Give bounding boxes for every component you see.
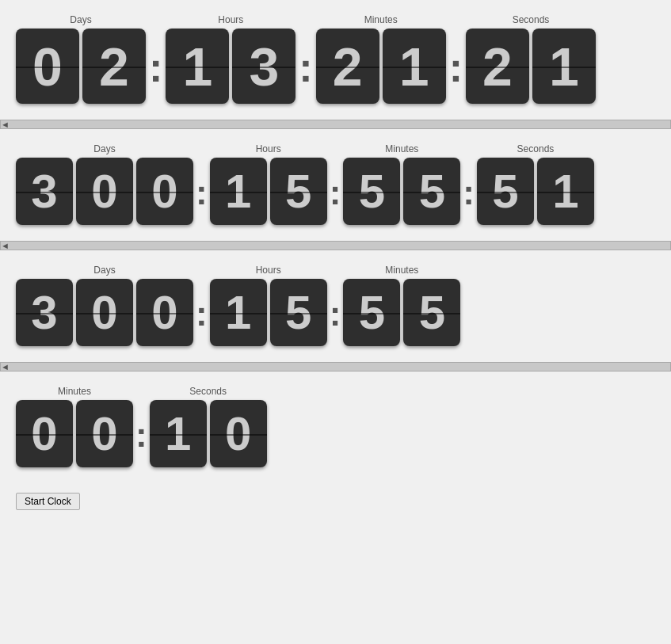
digit-value: 1 (165, 406, 191, 461)
scrollbar-2[interactable] (0, 241, 671, 250)
digit-card: 2 (466, 29, 529, 104)
digit-value: 3 (31, 285, 57, 340)
digit-card: 2 (82, 29, 146, 104)
minutes-label-4: Minutes (58, 386, 91, 397)
hours-group-2: Hours 1 5 (210, 143, 327, 225)
seconds-digits-2: 5 1 (477, 158, 594, 225)
clock-section-3: Days 3 0 0 : Hours 1 5 : Minutes 5 5 (0, 250, 671, 362)
days-label-2: Days (93, 143, 115, 154)
digit-card: 0 (136, 158, 193, 225)
hours-label-1: Hours (218, 14, 243, 25)
minutes-group-3: Minutes 5 5 (343, 265, 460, 346)
digit-card: 0 (16, 29, 79, 104)
colon: : (463, 157, 475, 212)
digit-value: 2 (482, 36, 513, 97)
hours-group-1: Hours 1 3 (166, 14, 295, 104)
digit-card: 1 (537, 158, 594, 225)
seconds-digits-4: 1 0 (150, 400, 267, 467)
days-group-2: Days 3 0 0 (16, 143, 193, 225)
digit-card: 1 (150, 400, 207, 467)
hours-label-3: Hours (256, 265, 281, 276)
hours-group-3: Hours 1 5 (210, 265, 327, 346)
days-digits-1: 0 2 (16, 29, 146, 104)
digit-card: 0 (76, 279, 133, 346)
minutes-digits-3: 5 5 (343, 279, 460, 346)
digit-value: 0 (32, 36, 63, 97)
digit-card: 1 (210, 279, 267, 346)
button-container: Start Clock (0, 483, 671, 524)
digit-card: 5 (477, 158, 534, 225)
digit-card: 5 (343, 158, 400, 225)
hours-digits-1: 1 3 (166, 29, 295, 104)
minutes-label-3: Minutes (385, 265, 418, 276)
digit-value: 5 (359, 164, 385, 219)
days-group-3: Days 3 0 0 (16, 265, 193, 346)
minutes-digits-1: 2 1 (316, 29, 446, 104)
days-label-3: Days (93, 265, 115, 276)
hours-digits-2: 1 5 (210, 158, 327, 225)
minutes-label-1: Minutes (364, 14, 398, 25)
colon: : (449, 28, 463, 91)
digit-value: 1 (399, 36, 429, 97)
seconds-digits-1: 2 1 (466, 29, 596, 104)
minutes-group-4: Minutes 0 0 (16, 386, 133, 467)
start-clock-button[interactable]: Start Clock (16, 493, 80, 510)
seconds-group-1: Seconds 2 1 (466, 14, 596, 104)
seconds-label-2: Seconds (517, 143, 555, 154)
digit-card: 5 (270, 158, 327, 225)
colon: : (196, 157, 208, 212)
minutes-group-2: Minutes 5 5 (343, 143, 460, 225)
digit-card: 1 (532, 29, 596, 104)
digit-value: 1 (225, 164, 251, 219)
digit-card: 1 (210, 158, 267, 225)
clock-row-4: Minutes 0 0 : Seconds 1 0 (8, 379, 663, 467)
seconds-group-2: Seconds 5 1 (477, 143, 594, 225)
digit-value: 0 (151, 164, 177, 219)
colon: : (299, 28, 312, 91)
digit-value: 5 (359, 285, 385, 340)
clock-section-1: Days 0 2 : Hours 1 3 : Minutes 2 1 : Sec… (0, 0, 671, 120)
digit-value: 0 (91, 406, 117, 461)
digit-value: 5 (285, 164, 311, 219)
digit-card: 0 (76, 158, 133, 225)
digit-value: 5 (492, 164, 518, 219)
minutes-digits-4: 0 0 (16, 400, 133, 467)
digit-card: 0 (76, 400, 133, 467)
colon: : (196, 278, 208, 333)
hours-digits-3: 1 5 (210, 279, 327, 346)
digit-card: 3 (16, 158, 73, 225)
days-digits-2: 3 0 0 (16, 158, 193, 225)
colon: : (135, 399, 147, 455)
days-group-1: Days 0 2 (16, 14, 146, 104)
seconds-label-1: Seconds (513, 14, 550, 25)
digit-card: 5 (403, 279, 460, 346)
clock-section-2: Days 3 0 0 : Hours 1 5 : Minutes 5 5 : (0, 129, 671, 241)
digit-value: 0 (151, 285, 177, 340)
digit-value: 0 (31, 406, 57, 461)
digit-card: 0 (210, 400, 267, 467)
colon: : (330, 278, 341, 333)
digit-card: 5 (343, 279, 400, 346)
digit-card: 0 (16, 400, 73, 467)
days-digits-3: 3 0 0 (16, 279, 193, 346)
digit-card: 1 (166, 29, 229, 104)
digit-value: 5 (285, 285, 311, 340)
days-label-1: Days (70, 14, 91, 25)
clock-row-2: Days 3 0 0 : Hours 1 5 : Minutes 5 5 : (8, 137, 663, 225)
digit-value: 1 (225, 285, 251, 340)
seconds-group-4: Seconds 1 0 (150, 386, 267, 467)
digit-card: 5 (270, 279, 327, 346)
scrollbar-1[interactable] (0, 120, 671, 129)
clock-section-4: Minutes 0 0 : Seconds 1 0 (0, 372, 671, 483)
digit-value: 5 (419, 285, 445, 340)
minutes-group-1: Minutes 2 1 (316, 14, 446, 104)
digit-card: 3 (16, 279, 73, 346)
digit-card: 0 (136, 279, 193, 346)
colon: : (149, 28, 162, 91)
seconds-label-4: Seconds (189, 386, 227, 397)
digit-value: 3 (249, 36, 279, 97)
clock-row-1: Days 0 2 : Hours 1 3 : Minutes 2 1 : Sec… (8, 8, 663, 104)
digit-value: 1 (182, 36, 212, 97)
scrollbar-3[interactable] (0, 362, 671, 372)
digit-card: 5 (403, 158, 460, 225)
